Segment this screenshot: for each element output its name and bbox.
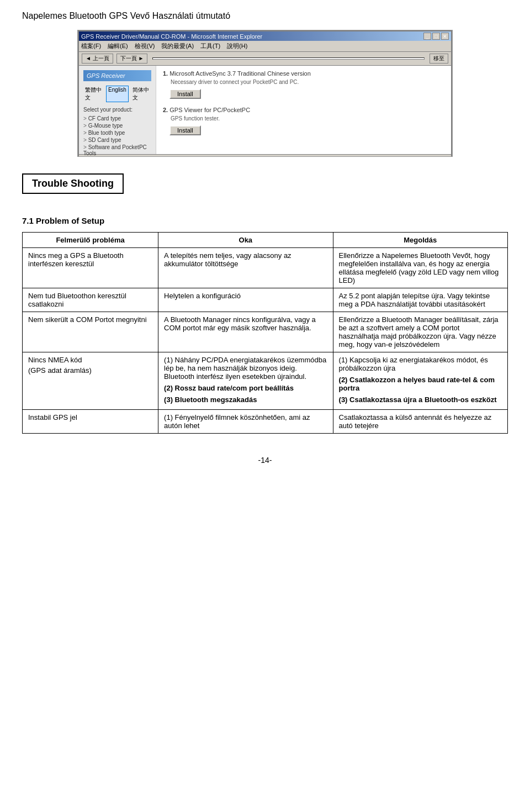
ie-language-selector: 繁體中文 English 简体中文 bbox=[83, 86, 151, 102]
section-title: 7.1 Problem of Setup bbox=[22, 216, 508, 225]
lang-traditional-chinese[interactable]: 繁體中文 bbox=[83, 86, 104, 102]
go-button[interactable]: 移至 bbox=[430, 54, 448, 64]
address-bar[interactable] bbox=[152, 57, 425, 60]
sidebar-item-cf-card[interactable]: CF Card type bbox=[83, 115, 151, 122]
ie-main-item2: 2. GPS Viewer for PC/PocketPC GPS functi… bbox=[163, 107, 444, 140]
forward-button[interactable]: 下一頁 ► bbox=[116, 54, 148, 64]
solution-cell: (1) Kapcsolja ki az energiatakarékos mód… bbox=[333, 352, 507, 410]
ie-menubar: 檔案(F) 編輯(E) 檢視(V) 我的最愛(A) 工具(T) 說明(H) bbox=[79, 41, 451, 52]
minimize-btn[interactable]: _ bbox=[423, 33, 431, 40]
solution-cell: Ellenőrizze a Bluetooth Manager beállítá… bbox=[333, 312, 507, 352]
problem-cell: Nincs meg a GPS a Bluetooth interfészen … bbox=[23, 248, 158, 288]
page-title: Napelemes Bluetooth GPS Vevő Használati … bbox=[22, 11, 508, 21]
table-row: Nincs meg a GPS a Bluetooth interfészen … bbox=[23, 248, 508, 288]
sidebar-item-bluetooth[interactable]: Blue tooth type bbox=[83, 129, 151, 136]
col-header-cause: Oka bbox=[158, 233, 333, 248]
sidebar-item-software[interactable]: Software and PocketPC Tools bbox=[83, 144, 151, 157]
solution-cell: Az 5.2 pont alapján telepítse újra. Vagy… bbox=[333, 288, 507, 312]
ie-main-content: 1. Microsoft ActiveSync 3.7 Traditional … bbox=[156, 66, 451, 154]
lang-english[interactable]: English bbox=[106, 86, 129, 102]
col-header-solution: Megoldás bbox=[333, 233, 507, 248]
problem-cell: Nem sikerült a COM Portot megnyitni bbox=[23, 312, 158, 352]
install-button-1[interactable]: Install bbox=[169, 89, 201, 99]
problem-cell: Nincs NMEA kód (GPS adat áramlás) bbox=[23, 352, 158, 410]
cause-cell: A telepítés nem teljes, vagy alacsony az… bbox=[158, 248, 333, 288]
sidebar-item-sd-card[interactable]: SD Card type bbox=[83, 136, 151, 144]
table-row: Nem tud Bluetoothon keresztül csatlakozn… bbox=[23, 288, 508, 312]
table-row: Nem sikerült a COM Portot megnyitni A Bl… bbox=[23, 312, 508, 352]
page-footer: -14- bbox=[22, 456, 508, 465]
close-btn[interactable]: ✕ bbox=[441, 33, 449, 40]
cause-cell: Helytelen a konfiguráció bbox=[158, 288, 333, 312]
ie-titlebar: GPS Receiver Driver/Manual CD-ROM - Micr… bbox=[79, 31, 451, 41]
table-row: Nincs NMEA kód (GPS adat áramlás) (1) Ná… bbox=[23, 352, 508, 410]
select-product-label: Select your product: bbox=[83, 107, 151, 113]
problem-cell: Instabil GPS jel bbox=[23, 410, 158, 434]
solution-cell: Ellenőrizze a Napelemes Bluetooth Vevőt,… bbox=[333, 248, 507, 288]
maximize-btn[interactable]: □ bbox=[432, 33, 440, 40]
ie-toolbar: ◄ 上一頁 下一頁 ► 移至 bbox=[79, 52, 451, 66]
screenshot-container: GPS Receiver Driver/Manual CD-ROM - Micr… bbox=[77, 30, 453, 157]
ie-main-item1: 1. Microsoft ActiveSync 3.7 Traditional … bbox=[163, 70, 444, 103]
ie-sidebar: GPS Receiver 繁體中文 English 简体中文 Select yo… bbox=[79, 66, 156, 154]
back-button[interactable]: ◄ 上一頁 bbox=[82, 54, 113, 64]
trouble-shooting-header: Trouble Shooting bbox=[22, 173, 124, 194]
cause-cell: (1) Fényelnyelő filmnek köszönhetően, am… bbox=[158, 410, 333, 434]
col-header-problem: Felmerülő probléma bbox=[23, 233, 158, 248]
ie-sidebar-title: GPS Receiver bbox=[83, 70, 151, 81]
cause-cell: (1) Náhány PC/PDA energiatakarékos üzemm… bbox=[158, 352, 333, 410]
install-button-2[interactable]: Install bbox=[169, 125, 201, 135]
table-row: Instabil GPS jel (1) Fényelnyelő filmnek… bbox=[23, 410, 508, 434]
cause-cell: A Bluetooth Manager nincs konfigurálva, … bbox=[158, 312, 333, 352]
problem-table: Felmerülő probléma Oka Megoldás Nincs me… bbox=[22, 232, 508, 434]
lang-simplified-chinese[interactable]: 简体中文 bbox=[131, 86, 151, 102]
sidebar-item-g-mouse[interactable]: G-Mouse type bbox=[83, 122, 151, 129]
problem-cell: Nem tud Bluetoothon keresztül csatlakozn… bbox=[23, 288, 158, 312]
ie-content: GPS Receiver 繁體中文 English 简体中文 Select yo… bbox=[79, 66, 451, 154]
solution-cell: Csatlakoztassa a külső antennát és helye… bbox=[333, 410, 507, 434]
ie-window-controls: _ □ ✕ bbox=[423, 33, 449, 40]
